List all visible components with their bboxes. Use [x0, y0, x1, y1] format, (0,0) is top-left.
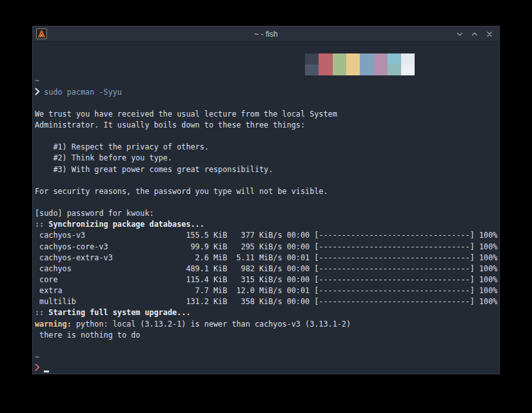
terminal-line: [sudo] password for kwouk:	[35, 208, 499, 219]
text-segment: ::	[35, 220, 48, 229]
text-segment: ~	[35, 352, 39, 361]
color-swatch	[346, 64, 360, 75]
terminal-line: #1) Respect the privacy of others.	[35, 142, 499, 153]
color-swatch	[319, 64, 332, 75]
text-segment: extra 7.7 MiB 12.0 MiB/s 00:01 [--------…	[35, 286, 497, 295]
terminal-line: there is nothing to do	[35, 330, 499, 341]
color-swatch	[374, 64, 388, 75]
color-swatch	[374, 53, 388, 64]
terminal-line	[35, 43, 499, 53]
text-segment: warning:	[35, 320, 72, 329]
terminal-line: ~	[35, 352, 499, 363]
package-download-row: multilib 131.2 KiB 358 KiB/s 00:00 [----…	[35, 296, 499, 307]
color-swatch	[360, 64, 373, 75]
package-download-row: cachyos-core-v3 99.9 KiB 295 KiB/s 00:00…	[35, 242, 499, 253]
terminal-line: We trust you have received the usual lec…	[35, 109, 499, 120]
terminal-line: For security reasons, the password you t…	[35, 186, 499, 197]
package-download-row: cachyos-extra-v3 2.6 MiB 5.11 MiB/s 00:0…	[35, 253, 499, 264]
terminal-window: ~ - fish ~ sudo pacman -SyyuWe trust you…	[32, 26, 500, 374]
text-segment: cachyos-v3 155.5 KiB 377 KiB/s 00:00 [--…	[35, 231, 497, 240]
alacritty-logo-icon	[37, 30, 46, 38]
terminal-cursor	[44, 370, 49, 372]
text-segment: cachyos-core-v3 99.9 KiB 295 KiB/s 00:00…	[35, 242, 497, 251]
text-segment: sudo pacman -Syyu	[39, 88, 122, 97]
color-swatch	[401, 64, 415, 75]
close-icon	[486, 30, 493, 38]
chevron-up-icon	[471, 30, 478, 38]
text-segment: core 115.4 KiB 315 KiB/s 00:00 [--------…	[35, 275, 497, 284]
terminal-line: :: Starting full system upgrade...	[35, 307, 499, 318]
terminal-line	[35, 131, 499, 142]
text-segment: #1) Respect the privacy of others.	[35, 142, 209, 151]
terminal-screen[interactable]: ~ sudo pacman -SyyuWe trust you have rec…	[33, 42, 499, 374]
terminal-line	[35, 175, 499, 186]
package-download-row: cachyos 489.1 KiB 982 KiB/s 00:00 [-----…	[35, 264, 499, 274]
text-segment: multilib 131.2 KiB 358 KiB/s 00:00 [----…	[35, 297, 497, 306]
terminal-line: Administrator. It usually boils down to …	[35, 120, 499, 131]
package-download-row: extra 7.7 MiB 12.0 MiB/s 00:01 [--------…	[35, 285, 499, 296]
text-segment: Synchronizing package databases...	[48, 220, 204, 229]
alacritty-app-icon	[36, 28, 47, 39]
text-segment: cachyos-extra-v3 2.6 MiB 5.11 MiB/s 00:0…	[35, 253, 497, 262]
chevron-down-icon	[456, 30, 464, 38]
terminal-line	[35, 197, 499, 208]
close-button[interactable]	[485, 30, 494, 39]
text-segment: [sudo] password for kwouk:	[35, 209, 154, 218]
window-title: ~ - fish	[33, 30, 499, 39]
text-segment: cachyos 489.1 KiB 982 KiB/s 00:00 [-----…	[35, 264, 497, 273]
color-swatch	[319, 53, 332, 64]
color-palette-row	[35, 64, 499, 75]
package-download-row: core 115.4 KiB 315 KiB/s 00:00 [--------…	[35, 274, 499, 285]
terminal-line: ~	[35, 75, 499, 86]
color-palette-row	[35, 53, 499, 64]
window-controls	[455, 26, 494, 41]
color-swatch	[360, 53, 373, 64]
color-swatch	[388, 64, 401, 75]
text-segment: python: local (3.13.2-1) is newer than c…	[72, 320, 351, 329]
color-swatch	[305, 64, 319, 75]
text-segment: ::	[35, 308, 48, 317]
text-segment: ~	[35, 76, 39, 85]
maximize-button[interactable]	[470, 30, 479, 39]
package-download-row: cachyos-v3 155.5 KiB 377 KiB/s 00:00 [--…	[35, 230, 499, 241]
terminal-line: #3) With great power comes great respons…	[35, 164, 499, 175]
terminal-line: warning: python: local (3.13.2-1) is new…	[35, 319, 499, 330]
text-segment: there is nothing to do	[35, 331, 140, 340]
color-swatch	[333, 53, 346, 64]
terminal-line	[35, 341, 499, 352]
titlebar[interactable]: ~ - fish	[33, 26, 499, 42]
color-swatch	[401, 53, 415, 64]
terminal-line: #2) Think before you type.	[35, 153, 499, 164]
color-swatch	[333, 64, 346, 75]
text-segment: #3) With great power comes great respons…	[35, 165, 273, 174]
color-swatch	[388, 53, 401, 64]
color-swatch	[305, 53, 319, 64]
minimize-button[interactable]	[455, 30, 464, 39]
terminal-line	[35, 363, 499, 374]
text-segment: For security reasons, the password you t…	[35, 187, 328, 196]
text-segment: Administrator. It usually boils down to …	[35, 120, 305, 130]
terminal-line: sudo pacman -Syyu	[35, 87, 499, 98]
text-segment: Starting full system upgrade...	[48, 308, 190, 317]
color-swatch	[346, 53, 360, 64]
terminal-line: :: Synchronizing package databases...	[35, 219, 499, 230]
text-segment: We trust you have received the usual lec…	[35, 110, 337, 119]
terminal-line	[35, 98, 499, 109]
text-segment	[39, 363, 44, 372]
text-segment: #2) Think before you type.	[35, 153, 172, 162]
